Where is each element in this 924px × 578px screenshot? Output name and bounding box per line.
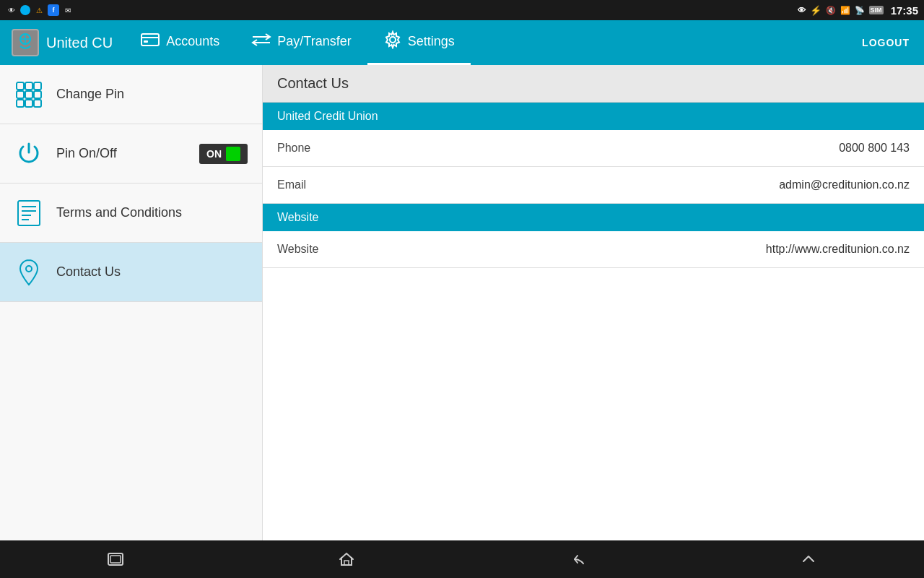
- terms-icon: [14, 199, 43, 228]
- brand-icon: [12, 29, 39, 56]
- change-pin-label: Change Pin: [56, 87, 124, 102]
- back-button[interactable]: [549, 540, 606, 578]
- power-icon: [14, 139, 43, 168]
- contact-icon: [14, 258, 43, 287]
- svg-rect-17: [25, 100, 32, 107]
- pin-toggle[interactable]: ON: [199, 144, 248, 164]
- status-icons-left: 👁 S ⚠ f ✉: [6, 4, 74, 16]
- email-value: admin@creditunion.co.nz: [779, 178, 910, 191]
- svg-rect-4: [141, 34, 159, 46]
- pay-transfer-tab-label: Pay/Transfer: [277, 34, 351, 49]
- website-row: Website http://www.creditunion.co.nz: [263, 231, 924, 268]
- content-area: Contact Us United Credit Union Phone 080…: [263, 65, 924, 540]
- main-layout: Change Pin Pin On/Off ON: [0, 65, 924, 540]
- pin-onoff-label: Pin On/Off: [56, 146, 117, 161]
- svg-rect-19: [18, 201, 40, 225]
- svg-point-9: [390, 37, 396, 43]
- svg-rect-6: [144, 40, 148, 43]
- alert-icon: ⚠: [33, 4, 45, 16]
- brand-tab[interactable]: United CU: [0, 20, 124, 65]
- toggle-on-label: ON: [199, 144, 248, 164]
- time-display: 17:35: [891, 4, 918, 17]
- svg-rect-13: [17, 91, 24, 98]
- status-icons-right: 👁 ⚡ 🔇 📶 📡 SIM 17:35: [798, 4, 918, 17]
- svg-rect-18: [34, 100, 41, 107]
- svg-point-24: [26, 266, 32, 272]
- email-label: Email: [277, 178, 306, 191]
- top-nav-bar: United CU Accounts Pay/Transfer: [0, 20, 924, 65]
- visibility-icon: 👁: [798, 6, 806, 14]
- settings-icon: [383, 30, 402, 53]
- signal-icon: 📡: [855, 6, 865, 15]
- content-title: Contact Us: [263, 65, 924, 103]
- sidebar-item-pin-onoff[interactable]: Pin On/Off ON: [0, 124, 262, 184]
- svg-rect-26: [110, 556, 121, 563]
- contact-us-label: Contact Us: [56, 264, 121, 280]
- section-header-ucu: United Credit Union: [263, 103, 924, 130]
- status-bar: 👁 S ⚠ f ✉ 👁 ⚡ 🔇 📶 📡 SIM 17:35: [0, 0, 924, 20]
- phone-value: 0800 800 143: [839, 142, 910, 155]
- brand-label: United CU: [46, 35, 113, 51]
- sim-icon: SIM: [869, 6, 884, 14]
- bluetooth-icon: ⚡: [810, 5, 821, 16]
- website-label: Website: [277, 243, 319, 256]
- pay-transfer-icon: [251, 32, 271, 52]
- svg-rect-10: [17, 82, 24, 90]
- sidebar-item-change-pin[interactable]: Change Pin: [0, 65, 262, 124]
- svg-rect-16: [17, 100, 24, 107]
- home-button[interactable]: [318, 540, 375, 578]
- terms-label: Terms and Conditions: [56, 205, 182, 220]
- mute-icon: 🔇: [826, 6, 836, 15]
- accounts-icon: [140, 30, 160, 54]
- svg-rect-12: [34, 82, 41, 90]
- mail-icon: ✉: [62, 4, 74, 16]
- accounts-tab-label: Accounts: [166, 34, 219, 49]
- tab-accounts[interactable]: Accounts: [124, 20, 235, 65]
- svg-rect-11: [25, 82, 32, 90]
- change-pin-icon: [14, 80, 43, 109]
- toggle-indicator: [226, 147, 240, 161]
- email-row: Email admin@creditunion.co.nz: [263, 167, 924, 204]
- wifi-icon: 📶: [840, 6, 850, 15]
- section-header-website: Website: [263, 204, 924, 231]
- sidebar-item-contact-us[interactable]: Contact Us: [0, 243, 262, 302]
- logout-button[interactable]: LOGOUT: [847, 20, 924, 65]
- eye-icon: 👁: [6, 4, 17, 16]
- bottom-nav: [0, 540, 924, 578]
- website-value: http://www.creditunion.co.nz: [766, 243, 910, 256]
- tab-pay-transfer[interactable]: Pay/Transfer: [235, 20, 367, 65]
- settings-tab-label: Settings: [408, 34, 455, 49]
- svg-rect-14: [25, 91, 32, 98]
- sidebar: Change Pin Pin On/Off ON: [0, 65, 263, 540]
- phone-row: Phone 0800 800 143: [263, 130, 924, 167]
- skype-icon: S: [20, 5, 30, 15]
- tab-settings[interactable]: Settings: [367, 20, 471, 65]
- phone-label: Phone: [277, 142, 310, 155]
- sidebar-item-terms[interactable]: Terms and Conditions: [0, 184, 262, 243]
- facebook-icon: f: [48, 4, 59, 16]
- recent-apps-button[interactable]: [87, 540, 144, 578]
- scroll-up-button[interactable]: [780, 540, 837, 578]
- svg-rect-15: [34, 91, 41, 98]
